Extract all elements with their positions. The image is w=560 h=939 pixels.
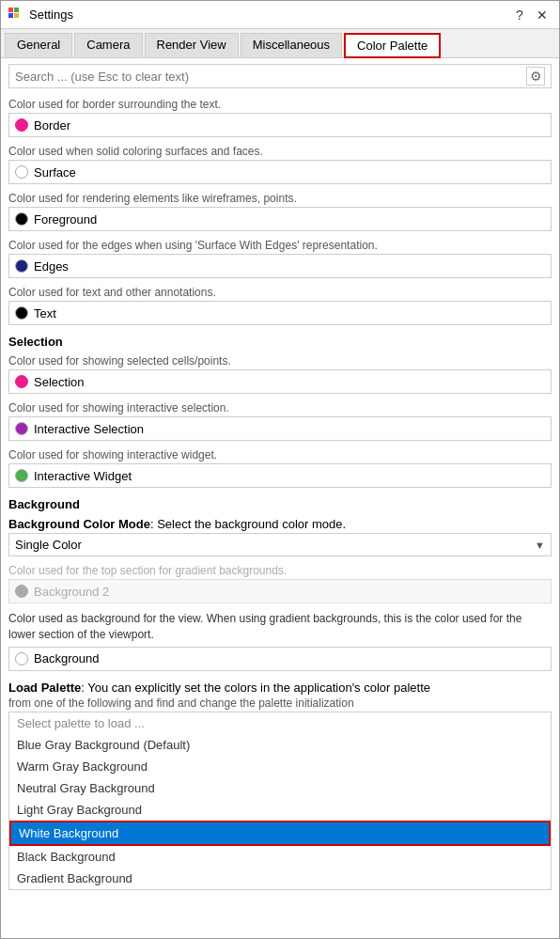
selection-label: Selection bbox=[34, 375, 84, 389]
surface-label: Surface bbox=[34, 165, 76, 180]
selection-header: Selection bbox=[8, 335, 552, 349]
edges-dot bbox=[15, 259, 28, 273]
svg-rect-1 bbox=[14, 8, 19, 12]
search-bar: ⚙ bbox=[8, 64, 552, 88]
surface-color-row[interactable]: Surface bbox=[8, 160, 552, 184]
edges-desc: Color used for the edges when using 'Sur… bbox=[8, 239, 552, 252]
tab-bar: GeneralCameraRender ViewMiscellaneousCol… bbox=[1, 29, 559, 58]
bg-mode-label: Background Color Mode: Select the backgr… bbox=[8, 517, 552, 531]
edges-label: Edges bbox=[34, 259, 69, 274]
background-color-row[interactable]: Background bbox=[8, 647, 552, 671]
settings-window: Settings ? ✕ GeneralCameraRender ViewMis… bbox=[0, 0, 560, 939]
border-color-row[interactable]: Border bbox=[8, 113, 552, 137]
selection-desc: Color used for showing selected cells/po… bbox=[8, 354, 552, 368]
background-dot bbox=[15, 652, 28, 665]
interactive-widget-color-row[interactable]: Interactive Widget bbox=[8, 463, 552, 488]
foreground-dot bbox=[15, 212, 28, 226]
interactive-selection-color-row[interactable]: Interactive Selection bbox=[8, 416, 552, 441]
background-label: Background bbox=[34, 651, 99, 665]
title-bar: Settings ? ✕ bbox=[1, 1, 559, 29]
interactive-widget-desc: Color used for showing interactive widge… bbox=[8, 448, 552, 462]
bg-color-mode-dropdown[interactable]: Single Color ▼ bbox=[8, 533, 552, 556]
bg2-color-row: Background 2 bbox=[8, 579, 552, 603]
border-label: Border bbox=[34, 118, 70, 133]
content-area: ⚙ Color used for border surrounding the … bbox=[1, 58, 559, 938]
surface-dot bbox=[15, 165, 28, 179]
bg2-desc: Color used for the top section for gradi… bbox=[8, 564, 552, 577]
selection-color-row[interactable]: Selection bbox=[8, 369, 552, 394]
tab-miscellaneous[interactable]: Miscellaneous bbox=[241, 33, 342, 57]
surface-desc: Color used when solid coloring surfaces … bbox=[8, 145, 552, 158]
foreground-label: Foreground bbox=[34, 212, 97, 227]
palette-dropdown: Select palette to load ... Blue Gray Bac… bbox=[8, 712, 552, 890]
tab-color-palette[interactable]: Color Palette bbox=[344, 33, 441, 58]
interactive-selection-label: Interactive Selection bbox=[34, 422, 144, 436]
gear-icon[interactable]: ⚙ bbox=[526, 67, 545, 86]
foreground-desc: Color used for rendering elements like w… bbox=[8, 192, 552, 205]
interactive-widget-section: Color used for showing interactive widge… bbox=[8, 445, 552, 492]
palette-option-light-gray[interactable]: Light Gray Background bbox=[9, 799, 551, 821]
palette-placeholder[interactable]: Select palette to load ... bbox=[9, 712, 551, 734]
foreground-color-row[interactable]: Foreground bbox=[8, 207, 552, 231]
bg2-label: Background 2 bbox=[34, 585, 109, 599]
bg-note: Color used as background for the view. W… bbox=[8, 611, 552, 643]
text-dot bbox=[15, 306, 28, 320]
border-desc: Color used for border surrounding the te… bbox=[8, 98, 552, 111]
svg-rect-0 bbox=[8, 8, 13, 12]
app-icon bbox=[8, 8, 23, 23]
background-header: Background bbox=[8, 497, 552, 511]
palette-option-black[interactable]: Black Background bbox=[9, 846, 551, 868]
border-dot bbox=[15, 118, 28, 132]
selection-dot bbox=[15, 375, 28, 388]
foreground-section: Color used for rendering elements like w… bbox=[8, 188, 552, 235]
interactive-widget-label: Interactive Widget bbox=[34, 469, 132, 483]
text-desc: Color used for text and other annotation… bbox=[8, 286, 552, 299]
interactive-selection-desc: Color used for showing interactive selec… bbox=[8, 401, 552, 415]
edges-color-row[interactable]: Edges bbox=[8, 254, 552, 278]
selection-section: Color used for showing selected cells/po… bbox=[8, 351, 552, 398]
tab-camera[interactable]: Camera bbox=[74, 33, 142, 57]
palette-option-white[interactable]: White Background bbox=[9, 821, 551, 846]
edges-section: Color used for the edges when using 'Sur… bbox=[8, 235, 552, 282]
tab-general[interactable]: General bbox=[5, 33, 72, 57]
close-button[interactable]: ✕ bbox=[533, 6, 552, 24]
interactive-selection-section: Color used for showing interactive selec… bbox=[8, 398, 552, 445]
tab-render-view[interactable]: Render View bbox=[145, 33, 239, 57]
text-label: Text bbox=[34, 306, 56, 321]
border-section: Color used for border surrounding the te… bbox=[8, 94, 552, 141]
dropdown-arrow-icon: ▼ bbox=[535, 540, 545, 551]
load-palette-label: Load Palette: You can explicitly set the… bbox=[8, 681, 552, 695]
help-button[interactable]: ? bbox=[510, 6, 529, 24]
palette-option-neutral-gray[interactable]: Neutral Gray Background bbox=[9, 777, 551, 799]
window-controls: ? ✕ bbox=[510, 6, 552, 24]
interactive-widget-dot bbox=[15, 469, 28, 482]
load-palette-text: from one of the following and find and c… bbox=[8, 696, 552, 710]
surface-section: Color used when solid coloring surfaces … bbox=[8, 141, 552, 188]
svg-rect-2 bbox=[8, 13, 13, 18]
svg-rect-3 bbox=[14, 13, 19, 18]
bg-color-mode-value: Single Color bbox=[15, 538, 82, 552]
palette-option-blue-gray[interactable]: Blue Gray Background (Default) bbox=[9, 734, 551, 756]
search-input[interactable] bbox=[15, 70, 526, 84]
palette-option-warm-gray[interactable]: Warm Gray Background bbox=[9, 756, 551, 777]
bg2-dot bbox=[15, 585, 28, 598]
interactive-selection-dot bbox=[15, 422, 28, 435]
window-title: Settings bbox=[29, 8, 510, 22]
palette-option-gradient[interactable]: Gradient Background bbox=[9, 868, 551, 889]
text-section: Color used for text and other annotation… bbox=[8, 282, 552, 329]
text-color-row[interactable]: Text bbox=[8, 301, 552, 325]
